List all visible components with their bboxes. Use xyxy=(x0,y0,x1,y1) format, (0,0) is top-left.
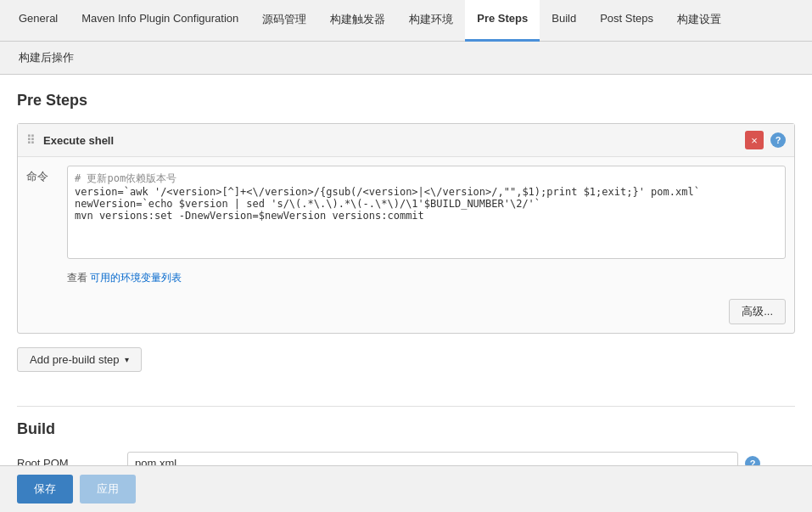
apply-button[interactable]: 应用 xyxy=(80,475,136,504)
advanced-button[interactable]: 高级... xyxy=(729,299,786,324)
tab-general[interactable]: General xyxy=(7,0,70,42)
command-code-display[interactable]: # 更新pom依赖版本号 version=`awk '/<version>[^]… xyxy=(67,166,786,259)
tab-pre-steps[interactable]: Pre Steps xyxy=(465,0,540,42)
execute-shell-title: ⠿ Execute shell xyxy=(26,133,114,147)
tab-post-steps[interactable]: Post Steps xyxy=(588,0,665,42)
help-icon[interactable]: ? xyxy=(770,132,786,148)
pre-steps-title: Pre Steps xyxy=(17,92,795,110)
tab-build-trigger[interactable]: 构建触发器 xyxy=(318,0,397,42)
execute-shell-header: ⠿ Execute shell × ? xyxy=(18,124,794,157)
drag-handle-icon: ⠿ xyxy=(26,133,35,147)
tab-build-env[interactable]: 构建环境 xyxy=(397,0,465,42)
tab-build[interactable]: Build xyxy=(540,0,588,42)
tab-source-mgmt[interactable]: 源码管理 xyxy=(250,0,318,42)
tab-maven-info[interactable]: Maven Info Plugin Configuration xyxy=(70,0,250,42)
execute-shell-label: Execute shell xyxy=(43,134,114,147)
header-right: × ? xyxy=(745,131,786,149)
bottom-bar: 保存 应用 xyxy=(0,465,812,512)
dropdown-arrow-icon: ▾ xyxy=(125,355,129,364)
command-row: 命令 # 更新pom依赖版本号 version=`awk '/<version>… xyxy=(18,157,794,267)
tab-build-settings[interactable]: 构建设置 xyxy=(665,0,733,42)
advanced-row: 高级... xyxy=(18,294,794,333)
tab-bar: General Maven Info Plugin Configuration … xyxy=(0,0,812,42)
section-divider xyxy=(17,406,795,407)
tab-post-build[interactable]: 构建后操作 xyxy=(7,42,86,74)
close-button[interactable]: × xyxy=(745,131,764,149)
save-button[interactable]: 保存 xyxy=(17,475,73,504)
execute-shell-box: ⠿ Execute shell × ? 命令 # 更新pom依赖版本号 vers… xyxy=(17,123,795,334)
env-link-anchor[interactable]: 可用的环境变量列表 xyxy=(90,272,182,284)
env-link-row: 查看 可用的环境变量列表 xyxy=(18,267,794,294)
main-content: Pre Steps ⠿ Execute shell × ? 命令 # 更新pom… xyxy=(0,75,812,512)
add-pre-build-step-button[interactable]: Add pre-build step ▾ xyxy=(17,347,142,372)
tab-bar-2: 构建后操作 xyxy=(0,42,812,75)
env-link-text: 查看 可用的环境变量列表 xyxy=(67,272,182,284)
command-label: 命令 xyxy=(26,166,60,259)
build-title: Build xyxy=(17,420,795,438)
add-step-label: Add pre-build step xyxy=(30,353,120,366)
